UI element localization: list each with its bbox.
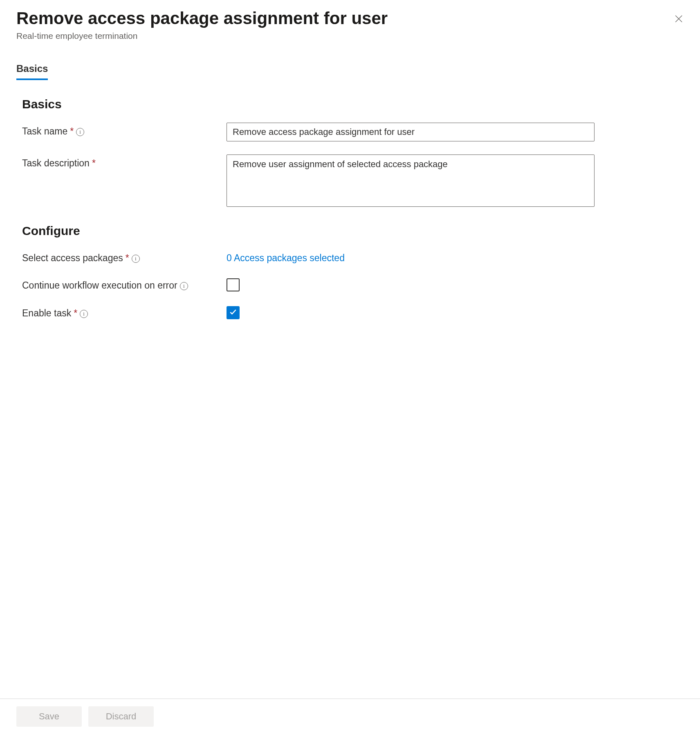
header-text-block: Remove access package assignment for use… [16, 8, 388, 41]
required-marker: * [92, 158, 96, 169]
required-marker: * [74, 308, 77, 319]
label-enable-task: Enable task * i [22, 305, 227, 319]
row-task-description: Task description * Remove user assignmen… [22, 155, 684, 207]
label-text-select-access-packages: Select access packages [22, 253, 123, 264]
task-description-input[interactable]: Remove user assignment of selected acces… [227, 155, 595, 207]
panel-header: Remove access package assignment for use… [16, 8, 684, 41]
access-packages-link[interactable]: 0 Access packages selected [227, 249, 345, 264]
close-button[interactable] [671, 11, 687, 28]
row-task-name: Task name * i [22, 123, 684, 141]
info-icon[interactable]: i [132, 255, 140, 263]
info-icon[interactable]: i [80, 310, 88, 318]
discard-button[interactable]: Discard [88, 706, 154, 727]
task-panel: Remove access package assignment for use… [0, 0, 700, 739]
label-text-task-description: Task description [22, 158, 90, 169]
label-text-continue-on-error: Continue workflow execution on error [22, 280, 177, 291]
basics-form: Task name * i Task description * Remove … [22, 123, 684, 207]
label-select-access-packages: Select access packages * i [22, 249, 227, 264]
continue-on-error-checkbox[interactable] [227, 278, 240, 291]
configure-form: Select access packages * i 0 Access pack… [22, 249, 684, 319]
label-text-task-name: Task name [22, 126, 67, 137]
tab-bar: Basics [16, 63, 684, 80]
label-task-name: Task name * i [22, 123, 227, 137]
tab-basics[interactable]: Basics [16, 63, 48, 80]
label-text-enable-task: Enable task [22, 308, 71, 319]
check-icon [229, 308, 237, 318]
info-icon[interactable]: i [180, 282, 188, 290]
section-heading-configure: Configure [22, 224, 684, 238]
page-subtitle: Real-time employee termination [16, 31, 388, 41]
row-select-access-packages: Select access packages * i 0 Access pack… [22, 249, 684, 264]
required-marker: * [126, 253, 129, 264]
section-heading-basics: Basics [22, 97, 684, 111]
row-enable-task: Enable task * i [22, 305, 684, 319]
label-continue-on-error: Continue workflow execution on error i [22, 277, 227, 291]
page-title: Remove access package assignment for use… [16, 8, 388, 29]
task-name-input[interactable] [227, 123, 595, 141]
info-icon[interactable]: i [76, 128, 84, 136]
close-icon [674, 19, 684, 25]
save-button[interactable]: Save [16, 706, 82, 727]
required-marker: * [70, 126, 74, 137]
label-task-description: Task description * [22, 155, 227, 169]
row-continue-on-error: Continue workflow execution on error i [22, 277, 684, 291]
panel-footer: Save Discard [0, 699, 700, 739]
enable-task-checkbox[interactable] [227, 306, 240, 319]
